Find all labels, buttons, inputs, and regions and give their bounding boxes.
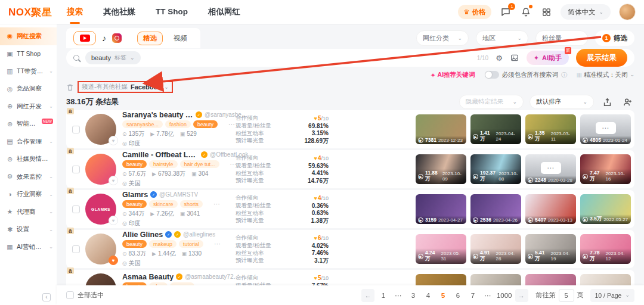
more-icon[interactable]: ⋯ [228,120,236,128]
next-page-button[interactable]: → [515,289,528,302]
video-thumbnail[interactable]: ⋯ ▶22482020-03-28 [525,154,576,184]
apps-grid-icon[interactable] [540,6,552,18]
avatar[interactable]: ♥ [85,114,116,145]
video-thumbnail[interactable]: ⋯ ▶1.41万2023-04-24 [470,114,521,144]
sidebar-item[interactable]: ▤ 合作管理 ⌄ [0,133,57,151]
page-button[interactable]: 6 [452,289,464,302]
sidebar-item[interactable]: ⊕ 网红开发 ⌄ [0,98,57,116]
row-checkbox[interactable] [72,166,80,173]
must-include-toggle[interactable] [485,71,499,79]
tag[interactable]: beauty [122,200,147,208]
avatar[interactable]: ♥ [85,154,116,185]
video-thumbnail[interactable]: ⋯ ▶73812023-12-23 [416,114,466,144]
favorite-heart-icon[interactable]: ♥ [109,216,118,225]
tag[interactable]: hair dye tut... [180,160,219,168]
video-thumbnail[interactable]: ⋯ ▶7.47万2023-10-16 [580,154,631,184]
video-thumbnail[interactable]: ⋯ ▶4.91万2023-04-28 [470,234,521,264]
content-tab[interactable]: 精选 [137,32,163,45]
tag[interactable]: skincare [149,200,178,208]
ai-assistant-button[interactable]: ✦ AI助手 新 [527,51,569,65]
price-button[interactable]: ♛ 价格 [458,5,492,19]
influencer-name[interactable]: Asmaa Beauty [122,273,174,281]
trash-icon[interactable] [66,83,74,91]
page-size-select[interactable]: 10 / Page ⌄ [590,289,635,302]
video-thumbnail[interactable]: ⋯ ▶3.5万2022-05-27 [580,194,631,224]
tag[interactable]: beauty [193,120,218,128]
tag[interactable]: makeup [149,240,177,248]
language-select[interactable]: 简体中文 ⌄ [561,4,611,20]
chat-icon[interactable]: 1 [500,6,512,18]
bell-icon[interactable] [520,6,532,18]
sidebar-item[interactable]: ◑ 行业洞察 ⌄ [0,186,57,204]
page-button[interactable]: ⋯ [482,289,494,302]
tag[interactable]: beauty [122,240,147,248]
video-thumbnail[interactable]: ⋯ ▶5.41万2023-04-19 [525,234,576,264]
filter-button[interactable]: 1 筛选 [595,30,634,46]
nav-tab[interactable]: 其他社媒 [103,0,135,24]
sidebar-item[interactable]: ◎ 竞品洞察 [0,80,57,98]
influencer-name[interactable]: Glamrs [122,191,148,199]
influencer-name[interactable]: Allie Glines [122,231,163,239]
favorite-heart-icon[interactable]: ♥ [109,256,118,265]
precise-mode-select[interactable]: ||||| 精准模式：关闭 ⌄ [577,71,634,79]
tag[interactable]: tutorial [179,240,203,248]
ai-suggest-keywords[interactable]: ✦ AI推荐关键词 [431,71,475,79]
nav-tab[interactable]: TT Shop [156,0,188,24]
sidebar-item[interactable]: ▣ TT Shop [0,45,57,63]
video-thumbnail[interactable]: ⋯ ▶1.35万2023-03-11 [525,114,576,144]
video-thumbnail[interactable]: ⋯ ▶48052023-01-24 [580,114,631,144]
sidebar-item[interactable]: ▥ TT带货数据 ⌄ [0,63,57,80]
row-checkbox[interactable] [72,245,80,253]
video-thumbnail[interactable]: ⋯ ▶54072023-03-13 [525,194,576,224]
video-thumbnail[interactable]: ⋯ ▶192.37万2023-10-08 [470,154,521,184]
saved-search-icon[interactable] [510,53,519,63]
more-icon[interactable]: ⋯ [214,240,221,248]
hide-results-dropdown[interactable]: 隐藏特定结果 ⌄ [459,95,524,109]
tag[interactable]: fashion [165,120,191,128]
more-icon[interactable]: ⋯ [213,200,221,208]
page-button[interactable]: 7 [467,289,479,302]
show-results-button[interactable]: 展示结果 [576,49,627,67]
favorite-heart-icon[interactable]: ♥ [109,176,118,185]
active-filter-value[interactable]: Facebook [131,83,161,91]
page-button[interactable]: 1 [377,289,389,302]
content-tab[interactable]: 视频 [168,32,193,45]
keyword-tag[interactable]: beauty 标签 ⌄ [85,51,141,64]
sidebar-item[interactable]: ◉ 网红搜索 [0,27,57,45]
filter-dropdown[interactable]: 网红分类 ⌄ [416,30,469,46]
video-thumbnail[interactable]: ⋯ ▶4.24万2023-05-31 [416,234,466,264]
instagram-icon[interactable] [112,33,122,43]
page-button[interactable]: 4 [422,289,434,302]
sidebar-item[interactable]: ⊛ 智能营销计划 NEW [0,116,57,133]
page-button[interactable]: 1000 [497,289,512,302]
avatar[interactable]: ♥ [85,234,116,264]
video-thumbnail[interactable]: ⋯ ▶25362023-04-26 [470,194,521,224]
nav-tab[interactable]: 搜索 [67,0,83,24]
export-icon[interactable] [600,95,614,109]
user-avatar[interactable] [619,4,636,20]
nav-tab[interactable]: 相似网红 [208,0,240,24]
sort-dropdown[interactable]: 默认排序 ⌄ [530,95,594,109]
tag[interactable]: saranyasbe... [122,120,163,128]
filter-dropdown[interactable]: 地区 ⌄ [476,30,528,46]
row-checkbox[interactable] [72,206,80,213]
add-user-icon[interactable] [620,95,634,109]
sidebar-item[interactable]: ▦ AI营销研究院 ⌄ [0,238,57,256]
page-button[interactable]: ⋯ [392,289,404,302]
tag[interactable]: beauty [122,160,147,168]
influencer-name[interactable]: Camille - Offbeat Look [122,151,199,159]
platform-youtube-tab[interactable] [73,31,96,45]
sidebar-item[interactable]: ⊚ 社媒舆情监控 [0,151,57,169]
sidebar-collapse-icon[interactable]: ‹ [42,293,51,301]
search-bar[interactable]: beauty 标签 ⌄ 1/10 ⚙ ✦ AI助手 新 展示结果 [66,49,634,67]
video-thumbnail[interactable]: ⋯ ▶11.88万2023-10-09 [416,154,466,184]
select-all-checkbox[interactable] [66,291,74,299]
page-button[interactable]: 3 [407,289,419,302]
influencer-name[interactable]: Saranya's beauty vlogs SBV [122,111,193,119]
row-checkbox[interactable] [72,126,80,133]
tag[interactable]: shorts [180,200,203,208]
favorite-heart-icon[interactable]: ♥ [109,136,118,145]
sidebar-item[interactable]: ★ 代理商 ⌄ [0,203,57,221]
video-thumbnail[interactable]: ⋯ ▶31592023-04-27 [416,194,466,224]
gear-icon[interactable]: ⚙ [496,54,503,63]
